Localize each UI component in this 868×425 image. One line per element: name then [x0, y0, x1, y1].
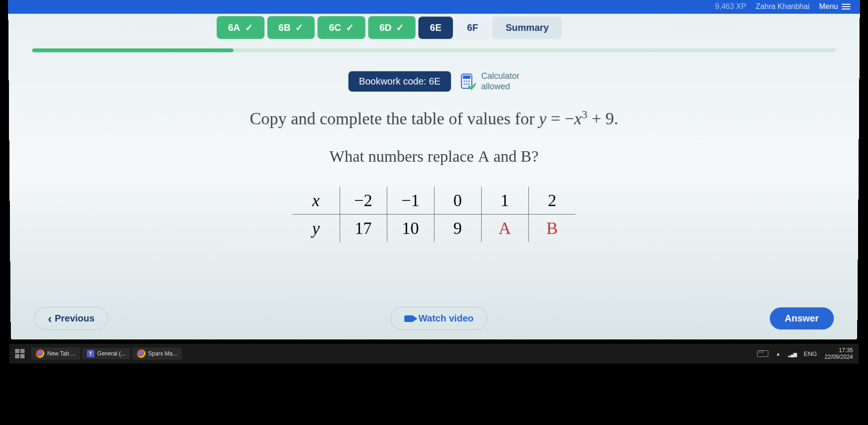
sub-mid: and [490, 147, 521, 165]
watch-video-button[interactable]: Watch video [391, 307, 487, 330]
sub-suffix: ? [531, 147, 538, 165]
answer-label: Answer [785, 313, 819, 323]
sub-prefix: What numbers replace [330, 147, 478, 165]
language-indicator[interactable]: ENG [804, 350, 817, 357]
y-val-b: B [528, 215, 576, 242]
y-val-2: 9 [434, 215, 481, 242]
teams-icon: T [87, 350, 94, 357]
tab-6f[interactable]: 6F [456, 17, 490, 39]
windows-start-icon[interactable] [15, 349, 25, 358]
table-row-x: x −2 −1 0 1 2 [292, 187, 576, 214]
wifi-signal-icon[interactable] [788, 350, 796, 357]
tab-label: 6A [228, 22, 240, 33]
tab-label: 6E [430, 22, 442, 33]
x-label-cell: x [292, 187, 340, 214]
tab-6b[interactable]: 6B [267, 16, 315, 39]
x-val-0: −2 [340, 187, 387, 214]
app-screen: 9,463 XP Zahra Khanbhai Menu 6A 6B 6C 6D… [8, 0, 860, 339]
check-icon [346, 22, 354, 33]
previous-label: Previous [55, 313, 94, 324]
clock[interactable]: 17:35 22/09/2024 [825, 347, 853, 361]
y-val-1: 10 [387, 215, 434, 242]
tab-6d[interactable]: 6D [368, 16, 416, 39]
prompt-text: Copy and complete the table of values fo… [250, 109, 539, 128]
table-row-y: y 17 10 9 A B [292, 215, 576, 242]
y-val-a: A [481, 215, 528, 242]
chrome-icon [137, 349, 145, 358]
check-icon [295, 22, 303, 33]
taskbar-item-sparx[interactable]: Sparx Ma... [132, 347, 182, 360]
taskbar-item-label: General (... [97, 350, 126, 357]
user-name-label: Zahra Khanbhai [756, 2, 809, 11]
top-header-bar: 9,463 XP Zahra Khanbhai Menu [8, 0, 860, 14]
date-text: 22/09/2024 [825, 354, 853, 360]
sub-a: A [478, 147, 490, 165]
taskbar-item-label: New Tab ... [47, 350, 76, 357]
y-label-cell: y [292, 215, 340, 242]
tray-up-icon[interactable]: ▲ [776, 351, 781, 356]
sub-b: B [521, 147, 532, 165]
calc-line2: allowed [481, 81, 519, 92]
question-prompt: Copy and complete the table of values fo… [37, 108, 831, 129]
chrome-icon [36, 349, 44, 358]
eq-lhs: y [539, 109, 546, 128]
x-val-2: 0 [434, 187, 481, 214]
tab-label: 6C [329, 22, 341, 33]
tab-label: 6B [279, 22, 291, 33]
progress-bar [32, 48, 836, 52]
y-val-0: 17 [340, 215, 387, 242]
bottom-action-row: Previous Watch video Answer [10, 307, 857, 330]
info-row: Bookwork code: 6E Calculator allowed [9, 71, 859, 92]
svg-point-6 [466, 83, 467, 85]
tab-label: Summary [506, 22, 549, 33]
taskbar-left: New Tab ... T General (... Sparx Ma... [15, 347, 182, 360]
check-icon [396, 22, 404, 33]
tab-label: 6F [467, 22, 478, 33]
svg-point-2 [463, 80, 465, 82]
x-val-1: −1 [387, 187, 434, 214]
progress-fill [32, 48, 233, 52]
x-val-3: 1 [481, 187, 528, 214]
taskbar-item-label: Sparx Ma... [148, 350, 177, 357]
video-icon [404, 315, 414, 322]
svg-rect-1 [463, 75, 470, 78]
tab-6a[interactable]: 6A [217, 16, 264, 39]
question-subprompt: What numbers replace A and B? [38, 147, 831, 165]
eq-exp: 3 [582, 108, 587, 121]
eq-mid: = − [546, 109, 574, 128]
svg-point-5 [463, 83, 465, 85]
svg-point-4 [468, 80, 469, 82]
svg-point-3 [466, 80, 467, 82]
check-icon [245, 22, 253, 33]
svg-point-7 [468, 83, 469, 85]
hamburger-icon [842, 4, 851, 9]
menu-label: Menu [819, 2, 838, 11]
calc-line1: Calculator [481, 71, 519, 82]
x-val-4: 2 [528, 187, 576, 214]
eq-suffix: + 9. [587, 109, 618, 128]
values-table: x −2 −1 0 1 2 y 17 10 9 A B [292, 187, 576, 242]
xp-counter: 9,463 XP [715, 2, 746, 11]
bookwork-code-badge: Bookwork code: 6E [349, 71, 451, 92]
previous-button[interactable]: Previous [34, 307, 108, 330]
menu-button[interactable]: Menu [819, 2, 850, 11]
time-text: 17:35 [825, 347, 853, 354]
taskbar-right: ▲ ENG 17:35 22/09/2024 [757, 347, 853, 361]
taskbar-item-newtab[interactable]: New Tab ... [31, 347, 80, 360]
answer-button[interactable]: Answer [770, 307, 834, 330]
tab-6e[interactable]: 6E [418, 17, 453, 39]
taskbar-item-teams[interactable]: T General (... [82, 348, 130, 359]
question-area: Copy and complete the table of values fo… [9, 108, 859, 242]
calculator-icon [460, 73, 476, 90]
keyboard-icon[interactable] [757, 350, 768, 357]
watch-video-label: Watch video [418, 313, 474, 324]
tab-summary[interactable]: Summary [492, 17, 562, 39]
tab-label: 6D [379, 22, 391, 33]
windows-taskbar[interactable]: New Tab ... T General (... Sparx Ma... ▲… [9, 344, 859, 364]
tab-6c[interactable]: 6C [317, 16, 365, 39]
calculator-allowed: Calculator allowed [460, 71, 519, 92]
eq-var: x [574, 109, 582, 128]
